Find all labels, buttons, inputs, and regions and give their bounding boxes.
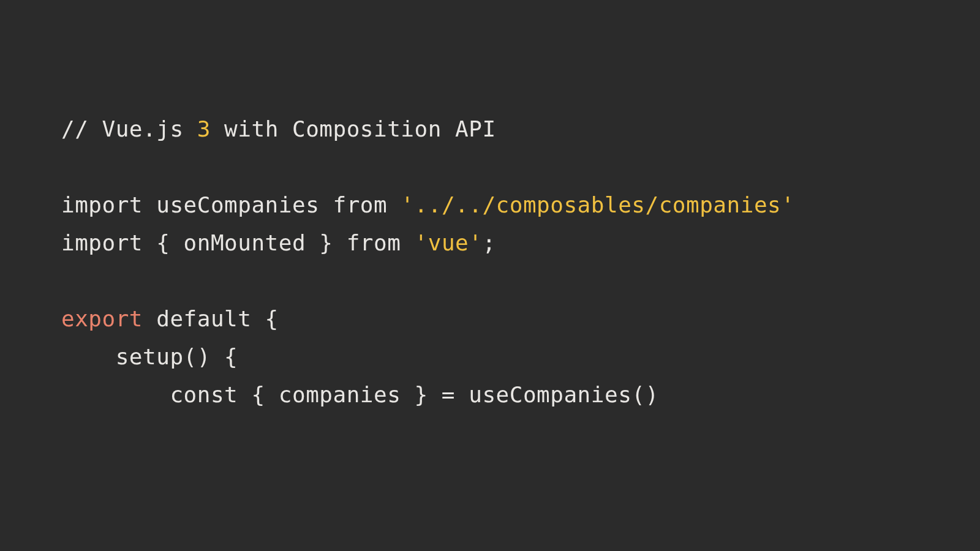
import-path-string: 'vue' xyxy=(415,230,483,255)
semicolon: ; xyxy=(482,230,496,255)
version-number: 3 xyxy=(197,116,211,141)
brace-close: } xyxy=(306,230,347,255)
from-keyword: from xyxy=(347,230,415,255)
export-keyword: export xyxy=(61,306,143,331)
setup-fn: setup() { xyxy=(61,344,238,369)
code-line-4: import { onMounted } from 'vue'; xyxy=(61,230,496,255)
const-destructure: const { companies } = useCompanies() xyxy=(61,382,659,407)
brace-open: { xyxy=(143,230,184,255)
import-keyword: import xyxy=(61,230,143,255)
code-line-8: const { companies } = useCompanies() xyxy=(61,382,659,407)
import-name: useCompanies xyxy=(143,192,333,217)
code-line-1: // Vue.js 3 with Composition API xyxy=(61,116,496,141)
comment-text: // Vue.js xyxy=(61,116,197,141)
from-keyword: from xyxy=(333,192,401,217)
import-path-string: '../../composables/companies' xyxy=(401,192,794,217)
import-name: onMounted xyxy=(184,230,306,255)
comment-text: with Composition API xyxy=(211,116,496,141)
import-keyword: import xyxy=(61,192,143,217)
code-line-7: setup() { xyxy=(61,344,238,369)
code-snippet: // Vue.js 3 with Composition API import … xyxy=(61,110,794,414)
default-brace: default { xyxy=(143,306,279,331)
code-line-6: export default { xyxy=(61,306,279,331)
code-line-3: import useCompanies from '../../composab… xyxy=(61,192,794,217)
